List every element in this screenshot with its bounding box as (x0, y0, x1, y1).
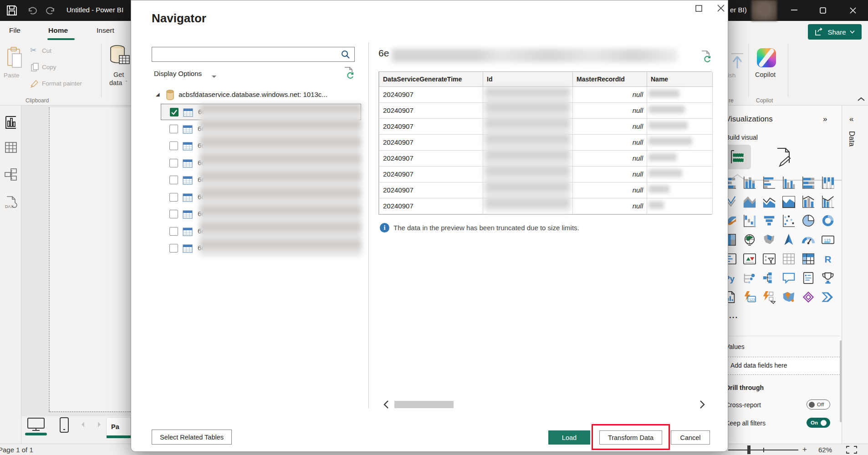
viz-icon-decomposition-tree[interactable] (761, 270, 777, 286)
table-view-icon[interactable] (5, 142, 17, 155)
account-avatar[interactable] (751, 0, 777, 21)
checkbox-checked[interactable] (170, 108, 179, 116)
viz-icon-scatter-chart[interactable] (781, 213, 797, 228)
cross-report-toggle[interactable]: Off (807, 399, 830, 410)
share-button[interactable]: Share (808, 24, 862, 40)
viz-icon-gauge[interactable] (801, 232, 816, 248)
viz-icon-arcgis-map[interactable] (781, 289, 797, 305)
horizontal-scrollbar-thumb[interactable] (394, 401, 454, 408)
viz-icon-100-stacked-column-chart[interactable] (820, 175, 836, 190)
checkbox-unchecked[interactable] (169, 125, 178, 133)
viz-icon-line-and-clustered-column-chart[interactable] (820, 194, 836, 209)
viz-icon-100-stacked-bar-chart[interactable] (801, 175, 816, 190)
collapse-ribbon-icon[interactable] (857, 96, 865, 104)
copilot-button-label[interactable]: Copilot (755, 71, 776, 78)
field-well[interactable]: Add data fields here (725, 357, 840, 375)
viz-icon-power-apps[interactable] (801, 289, 816, 305)
copilot-icon[interactable] (757, 48, 776, 67)
previous-page-arrow-icon[interactable] (80, 421, 86, 430)
viz-icon-waterfall-chart[interactable] (742, 213, 757, 228)
viz-icon-card[interactable]: 123 (820, 232, 836, 248)
tab-insert[interactable]: Insert (97, 26, 114, 35)
next-page-arrow-icon[interactable] (96, 421, 102, 430)
refresh-table-icon[interactable] (700, 50, 712, 65)
tree-root-label[interactable]: acbsfdataservice.database.windows.net: 1… (179, 91, 327, 98)
viz-icon-stacked-area-chart[interactable] (761, 194, 777, 209)
viz-icon-qa-visual[interactable] (781, 270, 797, 286)
viz-icon-clustered-bar-chart[interactable] (761, 175, 777, 190)
column-header-Name[interactable]: Name (647, 72, 713, 86)
save-icon[interactable] (5, 4, 18, 19)
viz-icon-key-influencers[interactable] (742, 270, 757, 286)
dialog-close-icon[interactable] (716, 3, 726, 15)
viz-icon-line-and-stacked-column-chart[interactable] (801, 194, 816, 209)
report-canvas[interactable] (49, 107, 131, 411)
cut-label[interactable]: Cut (42, 47, 51, 54)
paste-label[interactable]: Paste (4, 72, 20, 79)
more-visuals-button[interactable]: ... (729, 311, 738, 320)
search-input[interactable] (152, 47, 355, 62)
checkbox-unchecked[interactable] (169, 159, 178, 167)
viz-icon-pie-chart[interactable] (801, 213, 816, 228)
viz-icon-power-automate[interactable] (820, 289, 836, 305)
paste-icon[interactable] (6, 46, 23, 72)
viz-icon-funnel-chart[interactable] (761, 213, 777, 228)
redo-icon[interactable] (46, 5, 56, 18)
minimize-button[interactable] (790, 5, 799, 16)
keep-all-filters-toggle[interactable]: On (807, 418, 830, 428)
maximize-button[interactable] (819, 7, 827, 16)
fit-to-page-icon[interactable] (846, 445, 858, 455)
viz-icon-filled-map[interactable] (761, 232, 777, 248)
viz-icon-azure-map[interactable] (781, 232, 797, 248)
zoom-in-button[interactable]: + (802, 445, 807, 454)
scroll-right-icon[interactable] (699, 400, 706, 411)
tab-home[interactable]: Home (48, 26, 68, 35)
tab-file[interactable]: File (9, 26, 20, 35)
close-window-button[interactable] (848, 6, 858, 17)
dax-query-view-icon[interactable]: DAX (4, 195, 18, 211)
select-related-tables-button[interactable]: Select Related Tables (152, 430, 232, 445)
copy-label[interactable]: Copy (42, 64, 56, 71)
checkbox-unchecked[interactable] (169, 210, 178, 218)
cancel-button[interactable]: Cancel (671, 430, 710, 445)
viz-icon-matrix[interactable] (801, 251, 816, 267)
viz-icon-r-script-visual[interactable]: R (820, 251, 836, 267)
column-header-MasterRecordId[interactable]: MasterRecordId (573, 72, 647, 86)
mobile-layout-icon[interactable] (59, 417, 70, 435)
viz-icon-map[interactable] (742, 232, 757, 248)
get-data-label-1[interactable]: Get (113, 71, 124, 78)
format-visual-tab[interactable] (773, 147, 794, 169)
transform-data-button[interactable]: Transform Data (599, 430, 662, 445)
checkbox-unchecked[interactable] (169, 227, 178, 236)
viz-icon-table[interactable] (781, 251, 797, 267)
model-view-icon[interactable] (4, 168, 18, 183)
viz-icon-donut-chart[interactable] (820, 213, 836, 228)
data-rail-label[interactable]: Data (848, 131, 856, 147)
search-icon[interactable] (341, 50, 351, 61)
display-options-dropdown[interactable]: Display Options (154, 70, 202, 77)
page-tab[interactable]: Pa (106, 417, 131, 438)
viz-icon-kpi[interactable] (742, 251, 757, 267)
viz-icon-new-card[interactable]: 123 (742, 289, 757, 305)
checkbox-unchecked[interactable] (169, 244, 178, 253)
load-button[interactable]: Load (548, 430, 590, 445)
viz-icon-metrics[interactable] (820, 270, 836, 286)
collapse-pane-icon[interactable]: » (823, 115, 827, 124)
publish-label-fragment[interactable]: ish (728, 72, 735, 79)
checkbox-unchecked[interactable] (169, 142, 178, 150)
viz-icon-smart-narrative[interactable] (801, 270, 816, 286)
format-painter-label[interactable]: Format painter (42, 80, 82, 87)
viz-icon-100-stacked-area-chart[interactable] (781, 194, 797, 209)
expand-data-pane-icon[interactable]: « (849, 115, 853, 124)
build-visual-tab[interactable] (725, 145, 751, 169)
scroll-left-icon[interactable] (383, 400, 390, 411)
checkbox-unchecked[interactable] (169, 193, 178, 202)
get-data-label-2[interactable]: data (109, 79, 122, 86)
checkbox-unchecked[interactable] (169, 176, 178, 184)
web-layout-icon[interactable] (26, 417, 46, 434)
viz-icon-clustered-column-chart[interactable] (781, 175, 797, 190)
column-header-Id[interactable]: Id (483, 72, 573, 86)
dialog-maximize-icon[interactable] (695, 5, 703, 14)
report-view-icon[interactable] (5, 116, 17, 131)
get-data-icon[interactable] (108, 44, 130, 71)
